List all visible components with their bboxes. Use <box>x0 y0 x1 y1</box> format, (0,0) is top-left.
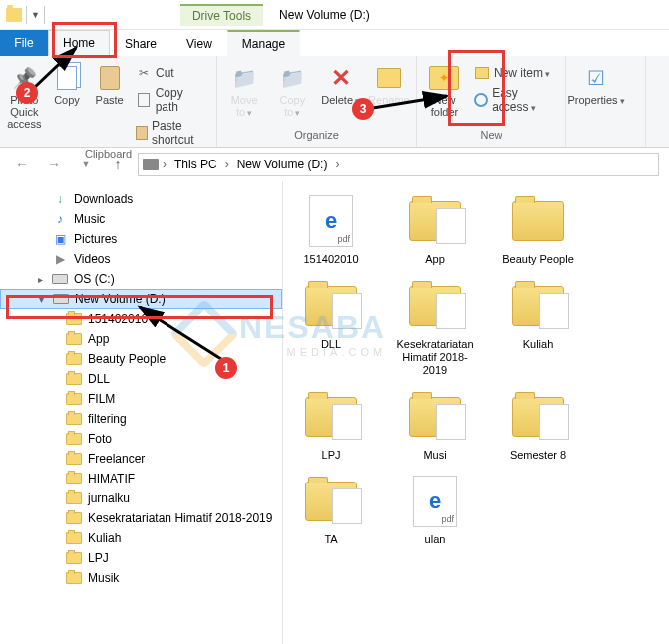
tree-item[interactable]: FILM <box>0 389 282 409</box>
chevron-right-icon[interactable] <box>161 158 168 171</box>
file-item[interactable]: e151402010 <box>291 193 371 266</box>
tree-item[interactable]: 151402010 <box>0 309 282 329</box>
tab-file[interactable]: File <box>0 30 48 56</box>
new-folder-label: New folder <box>423 94 466 118</box>
qat-dropdown-icon[interactable]: ▼ <box>31 10 40 20</box>
delete-button[interactable]: Delete <box>320 60 362 107</box>
cut-button[interactable]: Cut <box>134 64 210 82</box>
easy-access-icon <box>474 92 488 108</box>
file-item[interactable]: Kesekratariatan Himatif 2018-2019 <box>395 278 475 377</box>
tree-item[interactable]: Music <box>0 209 282 229</box>
tree-item[interactable]: HIMATIF <box>0 469 282 488</box>
folder-icon <box>66 432 82 446</box>
file-item[interactable]: LPJ <box>291 389 371 462</box>
back-button[interactable]: ← <box>10 153 34 176</box>
main-area: DownloadsMusicPicturesVideos▸OS (C:)▾New… <box>0 181 669 644</box>
rename-label: Rename <box>368 94 410 106</box>
file-name: TA <box>324 533 337 546</box>
separator <box>44 6 45 24</box>
tree-item[interactable]: ▸OS (C:) <box>0 269 282 289</box>
new-item-button[interactable]: New item <box>472 64 559 82</box>
title-bar: ▼ Drive Tools New Volume (D:) <box>0 0 669 30</box>
tree-item[interactable]: filtering <box>0 409 282 429</box>
breadcrumb-volume[interactable]: New Volume (D:) <box>233 158 332 171</box>
expand-icon[interactable]: ▾ <box>35 294 47 305</box>
folder-icon <box>407 278 463 334</box>
group-label-open <box>572 129 639 145</box>
file-item[interactable]: Beauty People <box>499 193 578 266</box>
file-name: App <box>425 253 445 266</box>
file-item[interactable]: Semester 8 <box>499 389 578 462</box>
tree-item[interactable]: jurnalku <box>0 488 282 508</box>
chevron-right-icon[interactable] <box>333 158 341 171</box>
tree-item-label: LPJ <box>88 551 109 565</box>
tree-item[interactable]: Pictures <box>0 229 282 249</box>
easy-access-label: Easy access <box>492 86 557 114</box>
quick-access-toolbar: ▼ <box>0 6 51 24</box>
tab-share[interactable]: Share <box>110 30 171 56</box>
tree-item-label: App <box>88 332 109 346</box>
file-item[interactable]: App <box>395 193 475 266</box>
tab-view[interactable]: View <box>171 30 227 56</box>
pin-to-quick-access-button[interactable]: Pin to Quick access <box>6 60 43 130</box>
file-name: Beauty People <box>502 253 574 266</box>
folder-icon <box>303 389 359 445</box>
pin-label: Pin to Quick access <box>6 94 43 130</box>
tree-item[interactable]: ▾New Volume (D:) <box>0 289 282 309</box>
tab-manage[interactable]: Manage <box>227 30 300 56</box>
breadcrumb-this-pc[interactable]: This PC <box>170 158 221 171</box>
chevron-right-icon[interactable] <box>223 158 231 171</box>
file-item[interactable]: DLL <box>291 278 371 377</box>
move-to-button[interactable]: Move to <box>223 60 265 119</box>
copy-icon <box>51 64 83 92</box>
file-item[interactable]: Kuliah <box>499 278 578 377</box>
new-folder-button[interactable]: New folder <box>423 60 466 118</box>
breadcrumb[interactable]: This PC New Volume (D:) <box>138 153 659 176</box>
copy-label: Copy <box>54 94 80 106</box>
paste-button[interactable]: Paste <box>91 60 128 106</box>
tree-item[interactable]: Downloads <box>0 189 282 209</box>
file-item[interactable]: eulan <box>395 474 475 546</box>
tree-item[interactable]: Beauty People <box>0 349 282 369</box>
recent-dropdown-icon[interactable]: ▼ <box>74 153 98 176</box>
ribbon: Pin to Quick access Copy Paste Cut Copy … <box>0 56 669 148</box>
tree-item[interactable]: LPJ <box>0 548 282 568</box>
copy-button[interactable]: Copy <box>49 60 86 106</box>
paste-shortcut-button[interactable]: Paste shortcut <box>134 118 210 148</box>
content-pane[interactable]: e151402010AppBeauty PeopleDLLKesekratari… <box>283 181 669 644</box>
up-button[interactable]: ↑ <box>106 153 130 176</box>
tree-item[interactable]: App <box>0 329 282 349</box>
properties-button[interactable]: Properties <box>572 60 620 107</box>
tree-item-label: filtering <box>88 412 127 426</box>
copy-to-button[interactable]: Copy to <box>271 60 313 119</box>
music-icon <box>52 212 68 226</box>
copy-path-icon <box>136 92 152 108</box>
videos-icon <box>52 252 68 266</box>
easy-access-button[interactable]: Easy access <box>472 85 559 115</box>
tree-item[interactable]: Kuliah <box>0 528 282 548</box>
navigation-pane[interactable]: DownloadsMusicPicturesVideos▸OS (C:)▾New… <box>0 181 283 644</box>
expand-icon[interactable]: ▸ <box>34 274 46 285</box>
cut-label: Cut <box>156 66 174 80</box>
folder-icon <box>66 332 82 346</box>
ribbon-tabs: File Home Share View Manage <box>0 30 669 56</box>
new-folder-icon <box>428 64 460 92</box>
tab-home[interactable]: Home <box>48 30 110 56</box>
rename-button[interactable]: Rename <box>368 60 410 106</box>
tree-item-label: jurnalku <box>88 491 130 505</box>
tree-item[interactable]: Freelancer <box>0 449 282 469</box>
tree-item-label: DLL <box>88 372 110 386</box>
tree-item[interactable]: Videos <box>0 249 282 269</box>
tree-item[interactable]: DLL <box>0 369 282 389</box>
folder-icon <box>66 511 82 525</box>
tree-item-label: Videos <box>74 252 110 266</box>
tree-item[interactable]: Foto <box>0 429 282 449</box>
tree-item[interactable]: Musik <box>0 568 282 588</box>
file-item[interactable]: Musi <box>395 389 475 462</box>
forward-button[interactable]: → <box>42 153 66 176</box>
file-item[interactable]: TA <box>291 474 371 546</box>
tree-item[interactable]: Kesekratariatan Himatif 2018-2019 <box>0 508 282 528</box>
pdf-icon: e <box>407 474 463 529</box>
copy-path-button[interactable]: Copy path <box>134 85 210 115</box>
pictures-icon <box>52 232 68 246</box>
